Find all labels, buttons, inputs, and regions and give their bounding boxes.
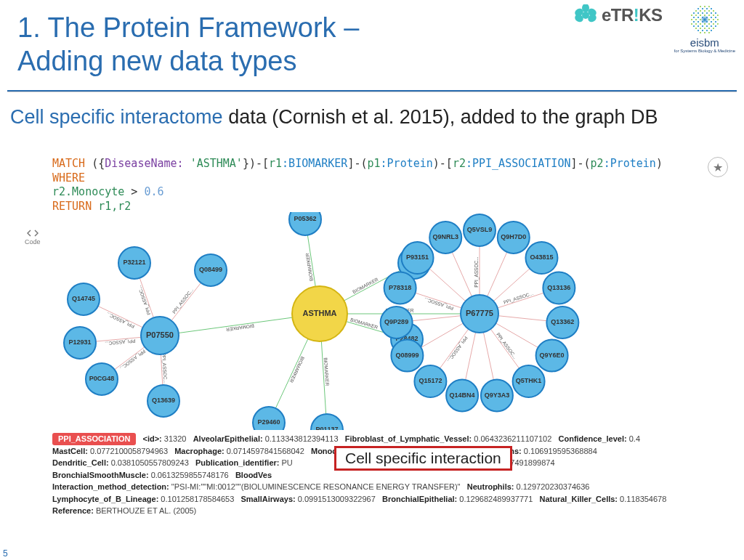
svg-text:Q9Y6E0: Q9Y6E0 (540, 352, 565, 359)
svg-text:O43815: O43815 (530, 253, 553, 261)
svg-text:PPI_ASSOC...: PPI_ASSOC... (503, 291, 534, 306)
svg-text:P93151: P93151 (406, 253, 429, 261)
svg-text:P01137: P01137 (315, 426, 338, 430)
svg-text:Q14BN4: Q14BN4 (450, 391, 475, 399)
subtitle-highlight: Cell specific interactome (10, 106, 223, 128)
etriks-text: eTR!KS (602, 5, 663, 25)
svg-text:PPI_ASSOC...: PPI_ASSOC... (474, 256, 480, 287)
eisbm-logo: eisbm for Systems Biology & Medicine (674, 4, 735, 53)
svg-text:Q13136: Q13136 (547, 284, 570, 291)
svg-text:P67775: P67775 (466, 309, 493, 317)
svg-text:ASTHMA: ASTHMA (302, 309, 336, 317)
graph-diagram[interactable]: BIOMARKERBIOMARKERBIOMARKERBIOMARKERBIOM… (51, 212, 719, 430)
svg-text:P05362: P05362 (294, 215, 316, 222)
svg-text:BIOMARKER: BIOMARKER (352, 277, 379, 295)
etriks-mark: eTR!KS (573, 4, 663, 26)
eisbm-sub: for Systems Biology & Medicine (674, 49, 735, 53)
details-row-5: Interaction_method_detection: "PSI-MI:""… (52, 481, 719, 493)
details-row-1: PPI_ASSOCIATION <id>: 31320 AlveolarEpit… (52, 433, 719, 445)
svg-text:PPI_ASSOC...: PPI_ASSOC... (446, 335, 469, 363)
svg-text:P32121: P32121 (123, 259, 145, 266)
svg-text:P29460: P29460 (257, 418, 280, 426)
svg-text:Q13639: Q13639 (152, 397, 175, 404)
title-line-1: 1. The Protein Framework – (17, 12, 359, 45)
logo-row: eTR!KS eisbm for Systems Biology & Medic… (573, 4, 735, 53)
svg-text:Q14745: Q14745 (72, 295, 95, 302)
svg-text:Q9H7D0: Q9H7D0 (501, 233, 526, 240)
svg-text:PPI_ASSOC...: PPI_ASSOC... (118, 348, 147, 371)
code-icon (27, 230, 39, 237)
svg-text:PPI_ASSOC...: PPI_ASSOC... (495, 332, 517, 360)
svg-text:P78318: P78318 (389, 284, 411, 291)
svg-text:Q13362: Q13362 (551, 318, 574, 325)
details-row-7: Reference: BERTHOUZE ET AL. (2005) (52, 505, 719, 517)
svg-text:PPI_ASSOC...: PPI_ASSOC... (137, 285, 153, 316)
svg-text:Q08999: Q08999 (395, 352, 418, 359)
etriks-flower-icon (573, 4, 599, 26)
page-number: 5 (3, 548, 8, 559)
svg-text:Q9P289: Q9P289 (384, 318, 408, 325)
callout-box: Cell specific interaction (334, 446, 512, 471)
svg-text:PPI_ASSOC...: PPI_ASSOC... (105, 311, 136, 329)
subtitle: Cell specific interactome data (Cornish … (10, 106, 658, 129)
svg-text:PPI_ASSOC...: PPI_ASSOC... (171, 287, 195, 315)
title-line-2: Adding new data types (17, 45, 359, 78)
nav-star-icon[interactable]: ★ (708, 157, 728, 177)
title-rule (7, 90, 737, 92)
details-row-6: Lymphocyte_of_B_Lineage: 0.1012581785846… (52, 493, 719, 506)
svg-text:BIOMARKER: BIOMARKER (350, 317, 379, 330)
svg-text:Q15172: Q15172 (418, 377, 442, 384)
svg-text:P07550: P07550 (146, 330, 174, 339)
svg-text:Q9Y3A3: Q9Y3A3 (485, 391, 510, 399)
slide-title: 1. The Protein Framework – Adding new da… (17, 12, 359, 78)
code-tab[interactable]: Code (25, 230, 41, 246)
svg-text:P12931: P12931 (68, 338, 91, 346)
svg-text:Q5THK1: Q5THK1 (516, 377, 542, 384)
slide: eTR!KS eisbm for Systems Biology & Medic… (0, 0, 744, 560)
eisbm-label: eisbm (690, 36, 719, 49)
svg-text:Q5VSL9: Q5VSL9 (467, 226, 493, 233)
svg-text:P0CG48: P0CG48 (89, 375, 115, 382)
svg-text:Q9NRL3: Q9NRL3 (432, 233, 458, 240)
etriks-logo: eTR!KS (573, 4, 663, 26)
svg-text:BIOMARKER: BIOMARKER (289, 356, 306, 384)
svg-text:Q08499: Q08499 (199, 266, 222, 273)
detail-badge: PPI_ASSOCIATION (52, 433, 136, 445)
subtitle-rest: data (Cornish et al. 2015), added to the… (223, 106, 658, 128)
cypher-query: MATCH ({DiseaseName: 'ASTHMA'})-[r1:BIOM… (52, 157, 699, 214)
eisbm-dot-icon (690, 4, 720, 35)
svg-text:PPI_ASSOC...: PPI_ASSOC... (424, 296, 455, 312)
